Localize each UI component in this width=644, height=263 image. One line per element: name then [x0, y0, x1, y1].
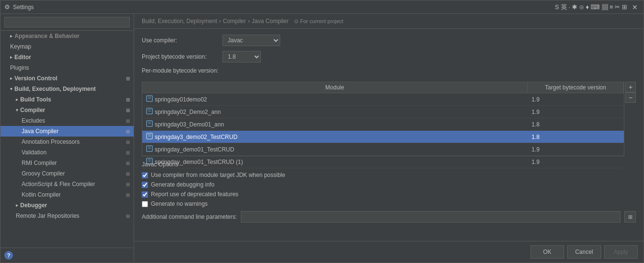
close-button[interactable]: ✕ — [630, 2, 640, 12]
sidebar-item-label: Groovy Compiler — [22, 170, 65, 177]
sidebar-item-label: Build Tools — [20, 96, 51, 103]
sidebar-item-label: Plugins — [10, 64, 29, 71]
search-input[interactable] — [4, 17, 130, 27]
table-row[interactable]: springday3_demo02_TestCRUD 1.8 — [142, 131, 624, 143]
sidebar-item-debugger[interactable]: ▸ Debugger — [0, 200, 134, 211]
sidebar-item-rmi-compiler[interactable]: RMI Compiler ⊞ — [0, 158, 134, 168]
apply-button[interactable]: Apply — [604, 245, 638, 259]
bytecode-version-select[interactable]: 1.8 9 10 11 — [223, 51, 261, 63]
use-module-target-checkbox[interactable] — [142, 172, 148, 178]
chevron-down-icon: ▾ — [10, 87, 12, 91]
sidebar-list: ▸ Appearance & Behavior Keymap ▸ Editor … — [0, 31, 134, 248]
sidebar-item-appearance[interactable]: ▸ Appearance & Behavior — [0, 31, 134, 41]
sync-icon: ⊞ — [126, 171, 130, 176]
sidebar-item-build-tools[interactable]: ▸ Build Tools ⊞ — [0, 94, 134, 105]
sync-icon: ⊞ — [126, 97, 130, 102]
project-icon: ⊙ — [294, 18, 298, 25]
sidebar-item-keymap[interactable]: Keymap — [0, 41, 134, 52]
module-name: springday01demo02 — [155, 96, 207, 103]
table-row[interactable]: springday_demo01_TestCRUD (1) 1.9 — [142, 156, 624, 168]
generate-no-warnings-checkbox[interactable] — [142, 201, 148, 207]
breadcrumb-part3: Java Compiler — [252, 18, 289, 25]
use-module-target-label: Use compiler from module target JDK when… — [151, 172, 285, 178]
sidebar-item-compiler[interactable]: ▾ Compiler ⊞ — [0, 105, 134, 115]
sidebar-item-groovy-compiler[interactable]: Groovy Compiler ⊞ — [0, 168, 134, 179]
sidebar-item-remote-jar[interactable]: Remote Jar Repositories ⊞ — [0, 211, 134, 221]
table-row[interactable]: springday_demo01_TestCRUD 1.9 — [142, 143, 624, 156]
sidebar-item-label: Validation — [22, 149, 47, 156]
cmd-params-expand-button[interactable]: ⊞ — [624, 211, 636, 223]
sidebar: ▸ Appearance & Behavior Keymap ▸ Editor … — [0, 14, 134, 263]
table-row[interactable]: springday02_Demo2_ann 1.9 — [142, 106, 624, 118]
module-cell: springday02_Demo2_ann — [142, 106, 528, 118]
cancel-button[interactable]: Cancel — [567, 245, 601, 259]
ok-button[interactable]: OK — [531, 245, 564, 259]
table-row[interactable]: springday03_Demo01_ann 1.8 — [142, 118, 624, 131]
bytecode-version-label: Project bytecode version: — [142, 53, 219, 60]
remove-module-button[interactable]: − — [625, 92, 636, 103]
sidebar-item-label: Kotlin Compiler — [22, 191, 61, 198]
module-name: springday03_Demo01_ann — [155, 121, 224, 128]
table-row[interactable]: springday01demo02 1.9 — [142, 93, 624, 106]
sidebar-bottom: ? — [0, 248, 134, 263]
sidebar-item-build-execution[interactable]: ▾ Build, Execution, Deployment — [0, 84, 134, 94]
sidebar-item-excludes[interactable]: Excludes ⊞ — [0, 115, 134, 126]
system-tray-icons: S 英 · ✱ ⊙ ♦ ⌨ ▦ ≡ ✂ ⊞ — [555, 3, 627, 12]
table-body: springday01demo02 1.9 springday02_Demo2_… — [142, 93, 624, 168]
sidebar-item-label: Excludes — [22, 117, 45, 124]
breadcrumb-sep2: › — [248, 18, 250, 25]
sidebar-item-label: Remote Jar Repositories — [16, 213, 79, 219]
sidebar-item-label: Version Control — [14, 75, 57, 82]
help-button[interactable]: ? — [4, 251, 13, 260]
use-compiler-label: Use compiler: — [142, 37, 219, 44]
per-module-row: Per-module bytecode version: — [142, 67, 636, 77]
sidebar-item-validation[interactable]: Validation ⊞ — [0, 147, 134, 158]
version-header: Target bytecode version — [528, 82, 624, 93]
table-action-buttons: + − — [625, 82, 636, 156]
sidebar-item-label: Annotation Processors — [22, 138, 80, 145]
sidebar-item-actionscript-compiler[interactable]: ActionScript & Flex Compiler ⊞ — [0, 179, 134, 189]
sidebar-item-version-control[interactable]: ▸ Version Control ⊞ — [0, 73, 134, 84]
cmd-params-input[interactable] — [241, 211, 620, 223]
chevron-right-icon: ▸ — [10, 76, 12, 81]
report-deprecated-label: Report use of deprecated features — [151, 191, 238, 198]
version-cell: 1.9 — [528, 144, 624, 155]
use-compiler-row: Use compiler: Javac Eclipse Ajc — [142, 35, 636, 46]
checkbox-row-2: Generate debugging info — [142, 181, 636, 188]
content-area: ▸ Appearance & Behavior Keymap ▸ Editor … — [0, 14, 644, 263]
footer: OK Cancel Apply — [134, 241, 644, 263]
module-name: springday3_demo02_TestCRUD — [155, 134, 237, 140]
table-header: Module Target bytecode version — [142, 82, 624, 93]
module-icon — [146, 133, 153, 141]
sync-icon: ⊞ — [126, 76, 130, 81]
checkbox-row-4: Generate no warnings — [142, 200, 636, 207]
add-module-button[interactable]: + — [625, 82, 636, 92]
report-deprecated-checkbox[interactable] — [142, 191, 148, 198]
main-content: Use compiler: Javac Eclipse Ajc Project … — [134, 29, 644, 241]
module-icon — [146, 95, 153, 103]
sidebar-item-label: Debugger — [20, 202, 47, 209]
breadcrumb-sep1: › — [219, 18, 221, 25]
sync-icon: ⊞ — [126, 118, 130, 124]
module-cell: springday3_demo02_TestCRUD — [142, 131, 528, 143]
generate-debug-checkbox[interactable] — [142, 182, 148, 188]
module-cell: springday_demo01_TestCRUD (1) — [142, 156, 528, 168]
module-name: springday02_Demo2_ann — [155, 109, 221, 115]
sidebar-item-plugins[interactable]: Plugins — [0, 63, 134, 73]
bytecode-version-row: Project bytecode version: 1.8 9 10 11 — [142, 51, 636, 63]
module-table: Module Target bytecode version springday… — [142, 82, 624, 156]
sidebar-item-label: Java Compiler — [22, 128, 59, 135]
module-icon — [146, 145, 153, 153]
sidebar-item-java-compiler[interactable]: Java Compiler ⊞ — [0, 126, 134, 137]
version-cell: 1.8 — [528, 132, 624, 142]
module-header: Module — [142, 82, 528, 93]
use-compiler-select[interactable]: Javac Eclipse Ajc — [223, 35, 280, 46]
sidebar-item-annotation-processors[interactable]: Annotation Processors ⊞ — [0, 137, 134, 147]
sync-icon: ⊞ — [126, 161, 130, 166]
sidebar-item-editor[interactable]: ▸ Editor — [0, 52, 134, 63]
sync-icon: ⊞ — [126, 213, 130, 219]
project-label: For current project — [300, 18, 343, 24]
version-cell: 1.8 — [528, 119, 624, 130]
main-panel: Build, Execution, Deployment › Compiler … — [134, 14, 644, 263]
sidebar-item-kotlin-compiler[interactable]: Kotlin Compiler ⊞ — [0, 189, 134, 200]
